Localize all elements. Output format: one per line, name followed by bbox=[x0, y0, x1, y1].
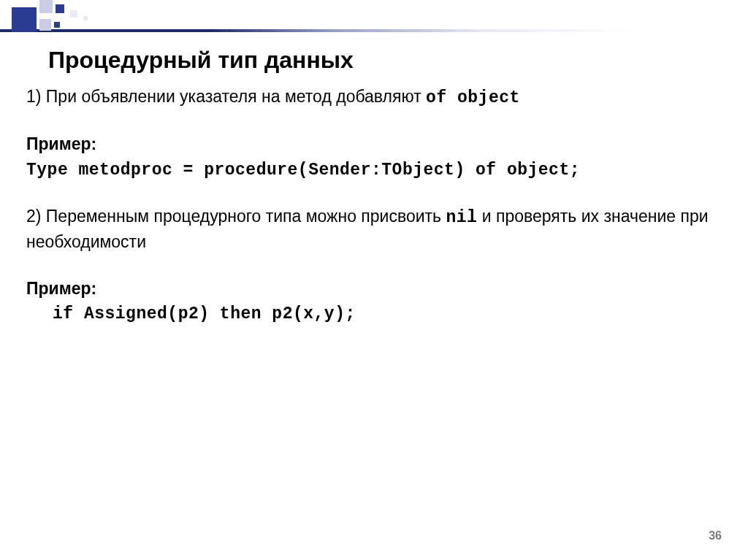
paragraph-2: 2) Переменным процедурного типа можно пр… bbox=[26, 204, 722, 255]
square-icon bbox=[39, 0, 53, 13]
square-icon bbox=[83, 16, 88, 20]
slide: Процедурный тип данных 1) При объявлении… bbox=[0, 0, 748, 560]
square-icon bbox=[12, 7, 37, 32]
example-label: Пример: bbox=[26, 134, 96, 153]
gradient-bar bbox=[0, 29, 748, 32]
square-icon bbox=[56, 4, 64, 13]
text: 2) Переменным процедурного типа можно пр… bbox=[26, 207, 446, 226]
slide-body: 1) При объявлении указателя на метод доб… bbox=[26, 85, 722, 348]
code-line: if Assigned(p2) then p2(x,y); bbox=[26, 304, 356, 323]
header-decoration bbox=[0, 0, 748, 35]
code-line: Type metodproc = procedure(Sender:TObjec… bbox=[26, 161, 580, 180]
text: 1) При объявлении указателя на метод доб… bbox=[26, 87, 426, 106]
paragraph-1: 1) При объявлении указателя на метод доб… bbox=[26, 85, 722, 110]
square-icon bbox=[54, 22, 60, 28]
example-label: Пример: bbox=[26, 279, 96, 298]
slide-title: Процедурный тип данных bbox=[48, 47, 354, 74]
code-inline: of object bbox=[426, 88, 520, 107]
code-inline: nil bbox=[446, 208, 477, 227]
page-number: 36 bbox=[709, 529, 722, 542]
square-icon bbox=[70, 10, 77, 18]
square-icon bbox=[39, 19, 51, 31]
example-block-2: Пример: if Assigned(p2) then p2(x,y); bbox=[26, 277, 722, 327]
example-block-1: Пример: Type metodproc = procedure(Sende… bbox=[26, 132, 722, 183]
